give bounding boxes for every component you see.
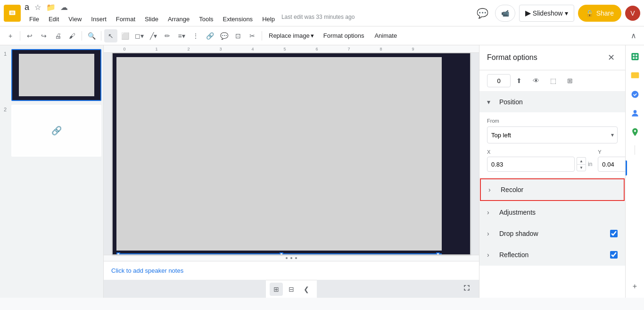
format-options-toolbar-button[interactable]: Format options: [319, 29, 369, 42]
x-input[interactable]: [487, 157, 575, 172]
format-panel-close-button[interactable]: ✕: [604, 51, 618, 64]
menu-slide[interactable]: Slide: [140, 14, 163, 25]
comment-tb-btn[interactable]: 💬: [217, 29, 231, 42]
from-select[interactable]: Top left: [487, 126, 618, 143]
speaker-notes[interactable]: Click to add speaker notes: [104, 261, 479, 280]
sep2: [82, 31, 82, 41]
panel-eye-icon-btn[interactable]: 👁: [529, 74, 543, 87]
panel-spin-btn[interactable]: ⬆: [512, 74, 526, 87]
lines-btn[interactable]: ╱▾: [147, 29, 160, 42]
drop-shadow-title: Drop shadow: [499, 230, 610, 237]
add-btn[interactable]: +: [4, 29, 17, 42]
frame-btn[interactable]: ⬜: [118, 29, 132, 42]
share-label: Share: [596, 9, 614, 17]
transform-btn[interactable]: ⊡: [231, 29, 245, 42]
drop-shadow-accordion-header[interactable]: › Drop shadow: [479, 223, 625, 244]
reflection-checkbox[interactable]: [610, 251, 618, 259]
recolor-section: › Recolor: [479, 178, 625, 202]
menu-arrange[interactable]: Arrange: [163, 14, 194, 25]
recolor-title: Recolor: [501, 186, 616, 193]
star-btn[interactable]: ☆: [32, 1, 43, 13]
position-content: From Top left ▾ X ▲ ▼: [479, 112, 625, 177]
select-btn[interactable]: ↖: [104, 29, 117, 42]
top-number-input[interactable]: [487, 74, 511, 87]
redo-btn[interactable]: ↪: [37, 29, 50, 42]
align-btn[interactable]: ≡▾: [175, 29, 188, 42]
tasks-sidebar-btn[interactable]: [627, 87, 643, 102]
panel-border-icon-btn[interactable]: ⬚: [546, 74, 560, 87]
handle-left[interactable]: [116, 252, 120, 255]
position-title: Position: [499, 98, 618, 106]
drop-shadow-checkbox[interactable]: [610, 230, 618, 237]
menu-format[interactable]: Format: [111, 14, 140, 25]
slide-canvas[interactable]: [112, 53, 471, 255]
notes-drag-handle[interactable]: [284, 255, 298, 261]
menu-insert[interactable]: Insert: [86, 14, 111, 25]
reflection-accordion-header[interactable]: › Reflection: [479, 244, 625, 265]
handle-right[interactable]: [436, 252, 440, 255]
slideshow-button[interactable]: ▶ Slideshow ▾: [519, 5, 574, 22]
x-increment-btn[interactable]: ▲: [577, 157, 586, 164]
menu-extensions[interactable]: Extensions: [218, 14, 258, 25]
top-right: 💬 📹 ▶ Slideshow ▾ 🔒 Share V: [474, 5, 640, 22]
ruler-tick-2: 2: [173, 47, 205, 51]
undo-btn[interactable]: ↩: [23, 29, 36, 42]
animate-button[interactable]: Animate: [370, 29, 402, 42]
ruler-tick-7: 7: [333, 47, 365, 51]
dist-btn[interactable]: ⋮: [189, 29, 202, 42]
paint-format-btn[interactable]: 🖌: [66, 29, 79, 42]
draw-btn[interactable]: ✏: [161, 29, 174, 42]
cloud-btn[interactable]: ☁: [58, 1, 70, 13]
handle-center[interactable]: [280, 252, 283, 255]
replace-image-button[interactable]: Replace image ▾: [265, 29, 318, 42]
notes-area: Click to add speaker notes: [104, 255, 479, 280]
meet-button[interactable]: 📹: [495, 5, 515, 22]
y-input[interactable]: [598, 157, 625, 172]
folder-btn[interactable]: 📁: [45, 1, 57, 13]
x-group: X ▲ ▼ in: [487, 149, 592, 172]
slide-canvas-wrap: [104, 53, 479, 255]
share-button[interactable]: 🔒 Share: [578, 5, 621, 22]
contacts-sidebar-btn[interactable]: [627, 106, 643, 121]
sep4: [262, 31, 262, 41]
adjustments-section: › Adjustments: [479, 202, 625, 223]
adjustments-chevron-icon: ›: [487, 209, 495, 216]
notes-expand-btn[interactable]: [462, 283, 471, 294]
menu-help[interactable]: Help: [257, 14, 280, 25]
filmstrip-view-btn[interactable]: ⊟: [285, 283, 298, 296]
toolbar-collapse-button[interactable]: ∧: [627, 29, 640, 42]
slide-1-thumb[interactable]: 1: [11, 49, 101, 101]
svg-rect-7: [635, 57, 637, 59]
replace-image-label: Replace image: [269, 32, 310, 39]
menu-edit[interactable]: Edit: [44, 14, 64, 25]
slide-1-content: [19, 54, 94, 96]
print-btn[interactable]: 🖨: [51, 29, 65, 42]
crop-btn[interactable]: ✂: [246, 29, 259, 42]
comment-button[interactable]: 💬: [474, 5, 491, 22]
format-panel-title: Format options: [487, 53, 604, 62]
drag-dot-2: [290, 257, 292, 259]
svg-rect-2: [10, 11, 14, 14]
menu-view[interactable]: View: [64, 14, 86, 25]
menu-file[interactable]: File: [25, 14, 44, 25]
menu-tools[interactable]: Tools: [194, 14, 218, 25]
app-icon[interactable]: [4, 5, 21, 22]
grid-view-btn[interactable]: ⊞: [270, 283, 283, 296]
recolor-accordion-header[interactable]: › Recolor: [480, 178, 625, 201]
adjustments-accordion-header[interactable]: › Adjustments: [479, 202, 625, 223]
canvas-area: 0 1 2 3 4 5 6 7 8 9: [104, 45, 479, 298]
panel-grid-icon-btn[interactable]: ⊞: [563, 74, 577, 87]
maps-sidebar-btn[interactable]: [627, 125, 643, 140]
position-accordion-header[interactable]: ▾ Position: [479, 92, 625, 112]
shape-btn[interactable]: ◻▾: [132, 29, 146, 42]
slide-2-thumb[interactable]: 2 🔗: [11, 105, 101, 157]
slideshow-label: Slideshow: [533, 9, 563, 17]
slides-sidebar-active-btn[interactable]: [627, 68, 643, 83]
panel-top-controls: ⬆ 👁 ⬚ ⊞: [479, 70, 625, 92]
zoom-btn[interactable]: 🔍: [85, 29, 98, 42]
sidebar-add-btn[interactable]: +: [627, 279, 643, 294]
sheets-sidebar-btn[interactable]: [627, 49, 643, 64]
x-decrement-btn[interactable]: ▼: [577, 164, 586, 171]
link-btn[interactable]: 🔗: [203, 29, 216, 42]
collapse-panel-btn[interactable]: ❮: [300, 283, 313, 296]
